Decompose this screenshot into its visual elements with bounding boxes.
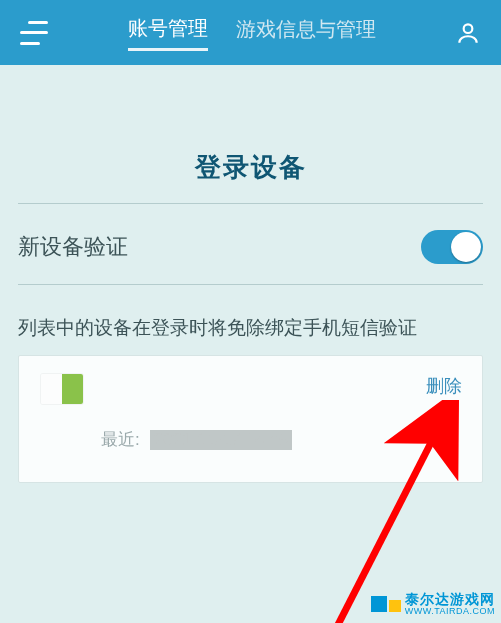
menu-icon[interactable] bbox=[20, 21, 48, 45]
device-recent-label: 最近: bbox=[101, 428, 140, 451]
watermark: 泰尔达游戏网 WWW.TAIRDA.COM bbox=[371, 592, 495, 617]
tab-account[interactable]: 账号管理 bbox=[128, 15, 208, 51]
new-device-verify-row: 新设备验证 bbox=[18, 224, 483, 284]
new-device-verify-label: 新设备验证 bbox=[18, 232, 128, 262]
new-device-verify-toggle[interactable] bbox=[421, 230, 483, 264]
device-list-description: 列表中的设备在登录时将免除绑定手机短信验证 bbox=[18, 315, 483, 341]
divider bbox=[18, 284, 483, 285]
watermark-cn: 泰尔达游戏网 bbox=[405, 592, 495, 607]
delete-button[interactable]: 删除 bbox=[426, 374, 462, 398]
svg-point-0 bbox=[464, 24, 473, 33]
device-card: 删除 最近: 2021-11-17 14:45 bbox=[18, 355, 483, 483]
device-recent-value: 2021-11-17 14:45 bbox=[150, 430, 292, 450]
page-title: 登录设备 bbox=[18, 150, 483, 185]
tab-game-info[interactable]: 游戏信息与管理 bbox=[236, 16, 376, 49]
device-icon bbox=[41, 374, 83, 404]
header-tabs: 账号管理 游戏信息与管理 bbox=[78, 15, 425, 51]
divider bbox=[18, 203, 483, 204]
watermark-en: WWW.TAIRDA.COM bbox=[405, 607, 495, 617]
profile-icon[interactable] bbox=[455, 20, 481, 46]
